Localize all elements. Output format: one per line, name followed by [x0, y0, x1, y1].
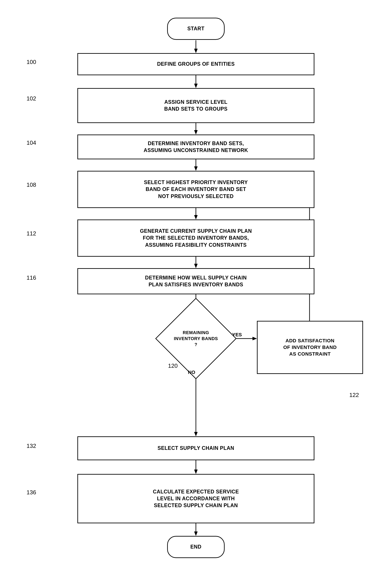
step120-diamond-container: REMAININGINVENTORY BANDS? — [161, 310, 231, 367]
step112-shape: GENERATE CURRENT SUPPLY CHAIN PLAN FOR T… — [77, 219, 314, 257]
step100-label: DEFINE GROUPS OF ENTITIES — [157, 61, 235, 68]
svg-marker-15 — [194, 432, 198, 436]
svg-marker-24 — [194, 531, 198, 536]
ref-100: 100 — [27, 59, 36, 65]
diagram-container: START 100 DEFINE GROUPS OF ENTITIES 102 … — [0, 0, 392, 568]
step108-shape: SELECT HIGHEST PRIORITY INVENTORY BAND O… — [77, 171, 314, 208]
step132-shape: SELECT SUPPLY CHAIN PLAN — [77, 436, 314, 460]
svg-marker-9 — [194, 215, 198, 219]
step108-label: SELECT HIGHEST PRIORITY INVENTORY BAND O… — [144, 179, 248, 200]
svg-marker-17 — [252, 337, 257, 340]
step104-shape: DETERMINE INVENTORY BAND SETS, ASSUMING … — [77, 134, 314, 159]
ref-116: 116 — [27, 274, 36, 281]
step120-label: REMAININGINVENTORY BANDS? — [174, 330, 218, 348]
end-shape: END — [167, 536, 225, 558]
end-label: END — [190, 543, 201, 550]
ref-132: 132 — [27, 443, 36, 449]
step122-shape: ADD SATISFACTION OF INVENTORY BAND AS CO… — [257, 321, 363, 374]
step100-shape: DEFINE GROUPS OF ENTITIES — [77, 53, 314, 75]
ref-112: 112 — [27, 230, 36, 237]
no-label: NO — [188, 369, 195, 375]
ref-108: 108 — [27, 181, 36, 188]
ref-136: 136 — [27, 489, 36, 496]
ref-120: 120 — [168, 363, 178, 369]
step116-label: DETERMINE HOW WELL SUPPLY CHAIN PLAN SAT… — [145, 274, 247, 288]
ref-102: 102 — [27, 95, 36, 102]
step132-label: SELECT SUPPLY CHAIN PLAN — [158, 445, 234, 451]
ref-122: 122 — [349, 392, 359, 398]
step136-shape: CALCULATE EXPECTED SERVICE LEVEL IN ACCO… — [77, 474, 314, 523]
start-label: START — [187, 25, 204, 32]
svg-marker-3 — [194, 84, 198, 88]
svg-marker-5 — [194, 130, 198, 134]
svg-marker-11 — [194, 264, 198, 268]
step136-label: CALCULATE EXPECTED SERVICE LEVEL IN ACCO… — [153, 488, 239, 509]
step104-label: DETERMINE INVENTORY BAND SETS, ASSUMING … — [144, 140, 248, 154]
step122-label: ADD SATISFACTION OF INVENTORY BAND AS CO… — [283, 337, 337, 357]
step112-label: GENERATE CURRENT SUPPLY CHAIN PLAN FOR T… — [140, 228, 252, 248]
svg-marker-1 — [194, 49, 198, 53]
start-shape: START — [167, 18, 225, 40]
svg-marker-22 — [194, 469, 198, 474]
ref-104: 104 — [27, 139, 36, 146]
step102-label: ASSIGN SERVICE LEVEL BAND SETS TO GROUPS — [164, 99, 227, 112]
step102-shape: ASSIGN SERVICE LEVEL BAND SETS TO GROUPS — [77, 88, 314, 123]
svg-marker-7 — [194, 166, 198, 171]
step116-shape: DETERMINE HOW WELL SUPPLY CHAIN PLAN SAT… — [77, 268, 314, 294]
yes-label: YES — [232, 332, 242, 338]
